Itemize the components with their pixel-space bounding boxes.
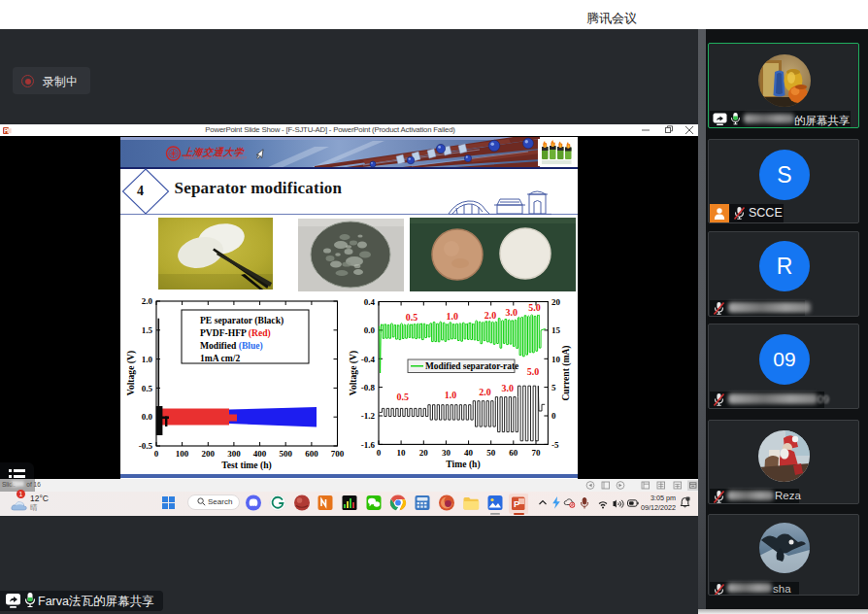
svg-text:5: 5 [551,383,556,392]
svg-text:5.0: 5.0 [527,366,540,377]
svg-text:0.0: 0.0 [142,412,153,422]
svg-text:300: 300 [227,449,241,459]
svg-text:-0.4: -0.4 [361,355,376,364]
svg-text:600: 600 [305,449,318,459]
svg-text:40: 40 [464,448,474,458]
svg-text:3.0: 3.0 [502,383,515,393]
svg-text:2.0: 2.0 [142,296,153,306]
svg-text:PE separator (Black): PE separator (Black) [200,315,284,326]
svg-text:-1.6: -1.6 [361,440,376,450]
svg-text:100: 100 [176,449,189,459]
svg-text:400: 400 [253,449,267,459]
svg-text:0: 0 [551,411,556,421]
svg-text:15: 15 [551,325,561,335]
svg-text:0.4: 0.4 [364,297,376,307]
svg-text:Modified separator-rate: Modified separator-rate [425,361,518,371]
svg-text:2.0: 2.0 [479,387,491,397]
svg-text:200: 200 [202,449,216,459]
svg-text:0.5: 0.5 [142,384,153,393]
svg-text:0.0: 0.0 [364,325,376,335]
svg-text:0.5: 0.5 [406,312,418,323]
svg-text:3.0: 3.0 [506,307,518,318]
svg-text:1mA cm/2: 1mA cm/2 [200,353,241,363]
svg-text:-0.5: -0.5 [139,441,153,451]
svg-text:1.0: 1.0 [445,390,457,400]
svg-text:1.0: 1.0 [142,355,153,364]
svg-text:0: 0 [154,449,159,459]
svg-text:500: 500 [279,449,292,459]
svg-text:Voltage (V): Voltage (V) [348,351,359,395]
svg-text:50: 50 [486,448,496,458]
svg-text:PVDF-HFP (Red): PVDF-HFP (Red) [200,327,271,339]
svg-text:1.0: 1.0 [446,311,458,322]
svg-text:30: 30 [442,448,451,458]
svg-text:-5: -5 [551,440,559,450]
svg-text:70: 70 [532,448,542,458]
svg-text:Modified (Blue): Modified (Blue) [200,340,263,352]
svg-text:2.0: 2.0 [484,310,497,321]
svg-text:-1.2: -1.2 [361,411,376,421]
svg-text:0: 0 [377,448,382,458]
svg-text:1.5: 1.5 [142,325,153,335]
svg-text:20: 20 [551,297,561,307]
svg-text:-0.8: -0.8 [361,383,376,392]
svg-text:700: 700 [331,449,345,459]
svg-text:P: P [514,498,520,509]
svg-text:20: 20 [419,448,429,458]
svg-text:60: 60 [509,448,518,458]
svg-text:Test time (h): Test time (h) [221,460,271,471]
svg-text:0.5: 0.5 [397,392,410,402]
svg-text:Voltage (V): Voltage (V) [125,351,137,395]
svg-text:5.0: 5.0 [528,302,541,313]
svg-text:Current (mA): Current (mA) [560,345,572,400]
svg-text:Time (h): Time (h) [446,459,480,470]
svg-text:10: 10 [397,448,407,458]
